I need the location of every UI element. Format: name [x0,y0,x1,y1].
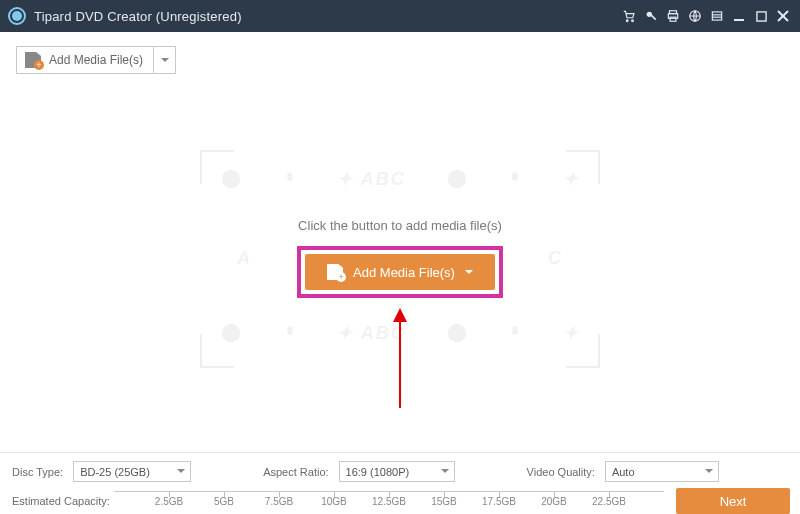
aspect-ratio-value: 16:9 (1080P) [346,466,410,478]
capacity-tick-label: 20GB [541,496,567,507]
key-icon[interactable] [640,0,662,32]
maximize-button[interactable] [750,0,772,32]
chevron-down-icon [465,270,473,274]
disc-type-value: BD-25 (25GB) [80,466,150,478]
titlebar: Tipard DVD Creator (Unregistered) [0,0,800,32]
capacity-tick-label: 2.5GB [155,496,183,507]
capacity-tick-label: 10GB [321,496,347,507]
next-button-label: Next [720,494,747,509]
add-media-button-top[interactable]: Add Media File(s) [16,46,176,74]
svg-rect-3 [650,14,655,19]
minimize-button[interactable] [728,0,750,32]
close-button[interactable] [772,0,794,32]
watermark-row: ✦ ABC ✦ [200,168,600,190]
menu-icon[interactable] [706,0,728,32]
capacity-tick-label: 17.5GB [482,496,516,507]
capacity-tick-label: 22.5GB [592,496,626,507]
footer-panel: Disc Type: BD-25 (25GB) Aspect Ratio: 16… [0,453,800,514]
capacity-meter: 2.5GB5GB7.5GB10GB12.5GB15GB17.5GB20GB22.… [114,491,664,511]
chevron-down-icon [705,469,713,473]
dropzone-instruction: Click the button to add media file(s) [200,218,600,233]
svg-point-16 [447,170,465,188]
chevron-down-icon [441,469,449,473]
annotation-arrow-up-icon [390,308,410,408]
language-icon[interactable] [684,0,706,32]
video-quality-value: Auto [612,466,635,478]
capacity-tick-label: 7.5GB [265,496,293,507]
svg-rect-8 [712,12,721,20]
window-title: Tipard DVD Creator (Unregistered) [34,9,242,24]
corner-decoration [566,150,600,184]
svg-point-1 [632,20,634,22]
corner-decoration [200,334,234,368]
svg-point-18 [447,324,465,342]
next-button[interactable]: Next [676,488,790,514]
video-quality-select[interactable]: Auto [605,461,719,482]
video-quality-label: Video Quality: [527,466,599,478]
add-media-dropdown-top[interactable] [153,47,175,73]
svg-point-0 [626,20,628,22]
corner-decoration [566,334,600,368]
print-icon[interactable] [662,0,684,32]
disc-type-label: Disc Type: [12,466,67,478]
svg-marker-20 [393,308,407,322]
add-media-button-top-label: Add Media File(s) [41,53,153,67]
main-area: Add Media File(s) ✦ ABC ✦ AC ✦ ABC ✦ Cli… [0,32,800,452]
capacity-tick-label: 12.5GB [372,496,406,507]
chevron-down-icon [177,469,185,473]
add-file-icon [25,52,41,68]
capacity-tick-label: 5GB [214,496,234,507]
cart-icon[interactable] [618,0,640,32]
add-media-button-center-label: Add Media File(s) [353,265,455,280]
capacity-tick-label: 15GB [431,496,457,507]
app-logo-icon [8,7,26,25]
corner-decoration [200,150,234,184]
add-file-icon [327,264,343,280]
disc-type-select[interactable]: BD-25 (25GB) [73,461,191,482]
aspect-ratio-select[interactable]: 16:9 (1080P) [339,461,455,482]
aspect-ratio-label: Aspect Ratio: [263,466,332,478]
estimated-capacity-label: Estimated Capacity: [12,495,114,507]
add-media-button-center[interactable]: Add Media File(s) [305,254,495,290]
svg-rect-12 [756,11,765,20]
